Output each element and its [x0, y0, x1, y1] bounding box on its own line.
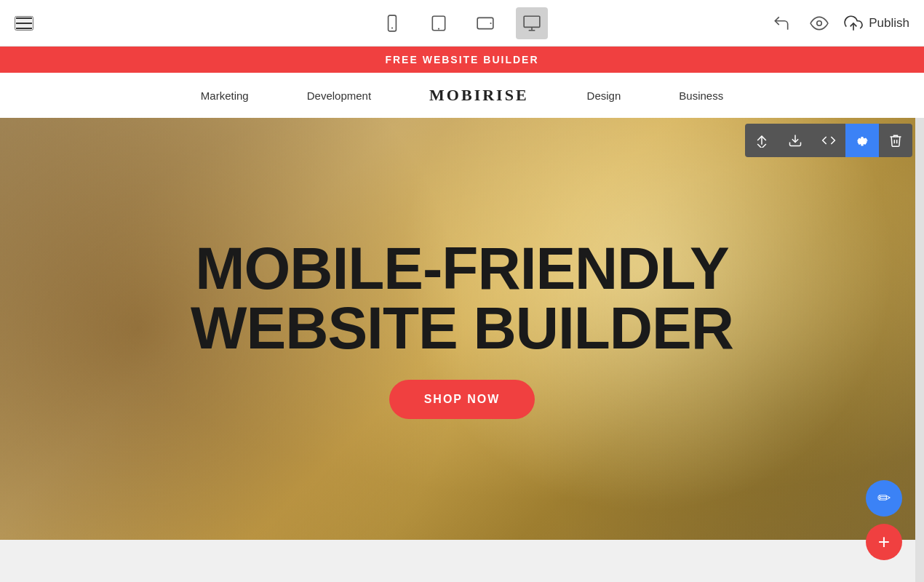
site-logo: MOBIRISE — [429, 86, 528, 105]
nav-item-marketing[interactable]: Marketing — [201, 89, 249, 102]
nav-item-development[interactable]: Development — [307, 89, 371, 102]
svg-point-8 — [817, 20, 822, 25]
svg-rect-6 — [524, 16, 540, 27]
preview-button[interactable] — [806, 10, 832, 36]
site-navbar: Marketing Development MOBIRISE Design Bu… — [0, 73, 924, 118]
section-move-button[interactable] — [745, 124, 778, 157]
device-switcher — [376, 7, 548, 39]
section-toolbar — [745, 124, 912, 157]
top-toolbar: Publish — [0, 0, 924, 47]
promo-banner: FREE WEBSITE BUILDER — [0, 47, 924, 73]
menu-button[interactable] — [15, 16, 33, 31]
nav-item-business[interactable]: Business — [679, 89, 723, 102]
publish-label: Publish — [869, 16, 909, 31]
section-download-button[interactable] — [778, 124, 812, 157]
tablet-landscape-button[interactable] — [469, 7, 501, 39]
promo-text: FREE WEBSITE BUILDER — [385, 54, 538, 65]
undo-button[interactable] — [768, 10, 794, 36]
section-code-button[interactable] — [812, 124, 845, 157]
section-delete-button[interactable] — [879, 124, 912, 157]
hero-title-line2: WEBSITE BUILDER — [191, 295, 733, 361]
hero-section: MOBILE-FRIENDLY WEBSITE BUILDER SHOP NOW — [0, 118, 924, 540]
mobile-view-button[interactable] — [376, 7, 408, 39]
desktop-view-button[interactable] — [516, 7, 548, 39]
tablet-view-button[interactable] — [423, 7, 455, 39]
add-fab-button[interactable]: + — [866, 524, 902, 560]
hero-content: MOBILE-FRIENDLY WEBSITE BUILDER SHOP NOW — [191, 239, 733, 419]
svg-rect-0 — [389, 15, 397, 31]
section-settings-button[interactable] — [845, 124, 879, 157]
plus-icon: + — [878, 530, 890, 554]
shop-now-button[interactable]: SHOP NOW — [389, 380, 535, 419]
hero-title-line1: MOBILE-FRIENDLY — [195, 235, 729, 301]
scrollbar[interactable] — [915, 47, 924, 582]
publish-button[interactable]: Publish — [844, 14, 909, 33]
toolbar-right-actions: Publish — [768, 10, 909, 36]
fab-container: ✏ + — [866, 480, 902, 560]
main-content: FREE WEBSITE BUILDER Marketing Developme… — [0, 47, 924, 582]
hero-title: MOBILE-FRIENDLY WEBSITE BUILDER — [191, 239, 733, 358]
pencil-icon: ✏ — [877, 489, 891, 508]
pencil-fab-button[interactable]: ✏ — [866, 480, 902, 517]
nav-item-design[interactable]: Design — [587, 89, 621, 102]
